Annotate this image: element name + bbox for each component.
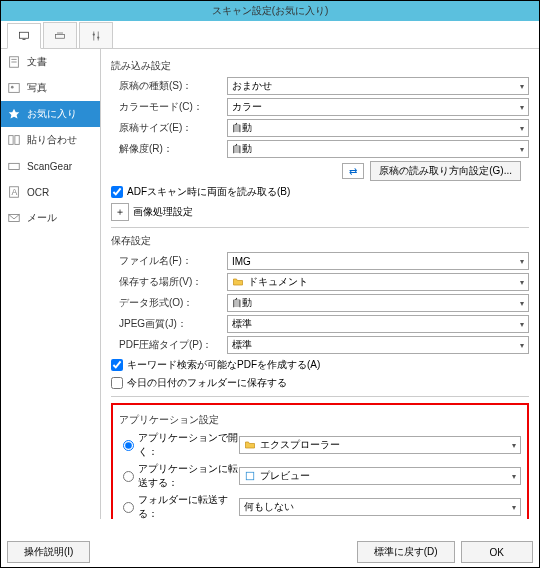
filename-select[interactable]: IMG▾ [227,252,529,270]
sidebar-item-mail[interactable]: メール [1,205,100,231]
orientation-settings-button[interactable]: 原稿の読み取り方向設定(G)... [370,161,521,181]
divider [111,227,529,228]
chevron-down-icon: ▾ [520,82,524,91]
filename-label: ファイル名(F)： [119,254,227,268]
divider [111,396,529,397]
pdf-compress-select[interactable]: 標準▾ [227,336,529,354]
svg-marker-13 [9,109,20,119]
open-app-value: エクスプローラー [260,438,340,452]
image-processing-expand[interactable]: ＋ [111,203,129,221]
tab-settings[interactable] [79,22,113,48]
sidebar-item-ocr[interactable]: A OCR [1,179,100,205]
radio-send-folder[interactable] [123,502,134,513]
jpeg-quality-select[interactable]: 標準▾ [227,315,529,333]
sidebar-item-label: メール [27,211,57,225]
window-title: スキャン設定(お気に入り) [212,4,329,18]
read-section-title: 読み込み設定 [111,59,529,73]
resolution-value: 自動 [232,142,252,156]
plus-icon: ＋ [115,205,125,219]
chevron-down-icon: ▾ [512,472,516,481]
mail-icon [7,211,21,225]
svg-rect-1 [23,39,26,40]
bottom-bar: 操作説明(I) 標準に戻す(D) OK [7,541,533,563]
src-type-label: 原稿の種類(S)： [119,79,227,93]
sidebar-item-favorite[interactable]: お気に入り [1,101,100,127]
sidebar-item-label: 貼り合わせ [27,133,77,147]
send-app-value: プレビュー [260,469,310,483]
sliders-icon [90,30,102,42]
format-value: 自動 [232,296,252,310]
format-select[interactable]: 自動▾ [227,294,529,312]
chevron-down-icon: ▾ [520,145,524,154]
src-type-select[interactable]: おまかせ▾ [227,77,529,95]
preview-icon [244,470,256,482]
radio-folder-label: フォルダーに転送する： [138,493,239,519]
color-mode-value: カラー [232,100,262,114]
svg-point-6 [93,33,95,35]
svg-rect-2 [56,34,65,38]
ok-button[interactable]: OK [461,541,533,563]
filename-value: IMG [232,256,251,267]
save-section-title: 保存設定 [111,234,529,248]
sidebar-item-stitch[interactable]: 貼り合わせ [1,127,100,153]
open-app-select[interactable]: エクスプローラー▾ [239,436,521,454]
star-icon [7,107,21,121]
tab-scan-from-panel[interactable] [43,22,77,48]
save-folder-label: 保存する場所(V)： [119,275,227,289]
send-app-select[interactable]: プレビュー▾ [239,467,521,485]
photo-icon [7,81,21,95]
radio-send-label: アプリケーションに転送する： [138,462,239,490]
scangear-icon [7,159,21,173]
main-panel: 読み込み設定 原稿の種類(S)： おまかせ▾ カラーモード(C)： カラー▾ 原… [101,49,539,519]
save-folder-value: ドキュメント [248,275,308,289]
svg-rect-11 [9,84,20,93]
adf-duplex-checkbox[interactable] [111,186,123,198]
titlebar: スキャン設定(お気に入り) [1,1,539,21]
resolution-select[interactable]: 自動▾ [227,140,529,158]
folder-icon [232,276,244,288]
src-type-value: おまかせ [232,79,272,93]
sidebar-item-label: お気に入り [27,107,77,121]
image-processing-label: 画像処理設定 [133,205,193,219]
svg-point-7 [97,36,99,38]
radio-send-app[interactable] [123,471,134,482]
svg-rect-16 [9,163,20,169]
resolution-label: 解像度(R)： [119,142,227,156]
format-label: データ形式(O)： [119,296,227,310]
chevron-down-icon: ▾ [520,124,524,133]
adf-duplex-label: ADFスキャン時に両面を読み取る(B) [127,185,290,199]
svg-rect-15 [15,136,19,145]
reset-defaults-button[interactable]: 標準に戻す(D) [357,541,455,563]
pdf-compress-label: PDF圧縮タイプ(P)： [119,338,227,352]
tab-scan-from-pc[interactable] [7,23,41,49]
sidebar-item-scangear[interactable]: ScanGear [1,153,100,179]
scanner-icon [54,30,66,42]
date-folder-checkbox[interactable] [111,377,123,389]
radio-open-app[interactable] [123,440,134,451]
orientation-swap-button[interactable]: ⇄ [342,163,364,179]
radio-open-label: アプリケーションで開く： [138,431,239,459]
color-mode-select[interactable]: カラー▾ [227,98,529,116]
chevron-down-icon: ▾ [520,257,524,266]
chevron-down-icon: ▾ [520,299,524,308]
keyword-pdf-checkbox[interactable] [111,359,123,371]
folder-icon [244,439,256,451]
chevron-down-icon: ▾ [520,278,524,287]
svg-point-12 [11,86,14,89]
help-button[interactable]: 操作説明(I) [7,541,90,563]
send-folder-value: 何もしない [244,500,294,514]
doc-size-select[interactable]: 自動▾ [227,119,529,137]
sidebar-item-document[interactable]: 文書 [1,49,100,75]
save-folder-select[interactable]: ドキュメント▾ [227,273,529,291]
top-tabs [1,21,539,49]
monitor-icon [18,30,30,42]
sidebar-item-label: 文書 [27,55,47,69]
svg-text:A: A [11,187,17,197]
color-mode-label: カラーモード(C)： [119,100,227,114]
chevron-down-icon: ▾ [520,320,524,329]
svg-rect-20 [246,472,254,480]
jpeg-quality-label: JPEG画質(J)： [119,317,227,331]
send-folder-select[interactable]: 何もしない▾ [239,498,521,516]
sidebar-item-photo[interactable]: 写真 [1,75,100,101]
app-settings-box: アプリケーション設定 アプリケーションで開く： エクスプローラー▾ アプリケーシ… [111,403,529,519]
